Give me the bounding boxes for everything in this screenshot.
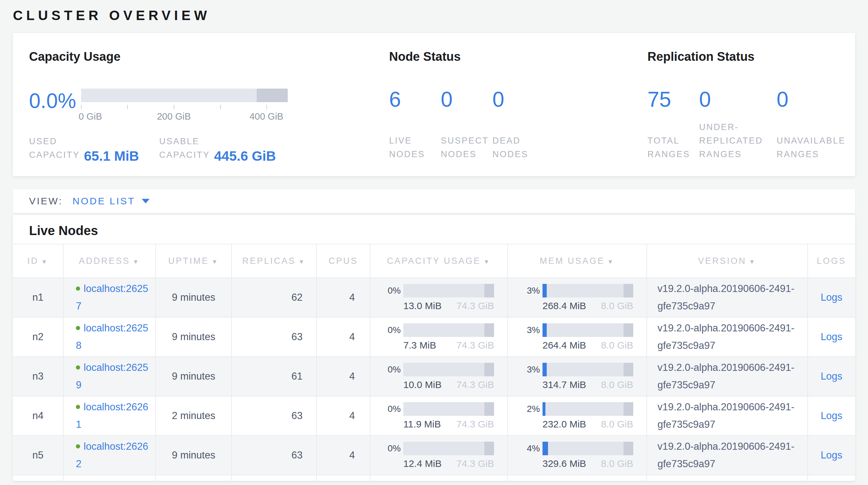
axis-label-0: 0 GiB	[79, 111, 102, 122]
sort-caret-icon: ▼	[484, 258, 491, 265]
node-logs-cell: Logs	[808, 435, 855, 475]
mem-usage-cell: 3% 314.7 MiB8.0 GiB	[507, 356, 647, 396]
unavailable-ranges-stat: 0 UNAVAILABLE RANGES	[777, 89, 857, 161]
mem-meter-bar	[542, 442, 633, 455]
capacity-meter-bar	[403, 402, 494, 416]
total-ranges-label: TOTAL RANGES	[647, 134, 699, 161]
node-replicas: 63	[231, 435, 316, 475]
capacity-bar-reserved-segment	[257, 89, 288, 102]
sort-caret-icon: ▼	[608, 258, 615, 265]
node-address-cell: localhost:26258	[63, 317, 156, 356]
capacity-total-value: 74.3 GiB	[456, 301, 494, 311]
mem-meter-bar	[542, 363, 633, 376]
logs-link[interactable]: Logs	[820, 410, 842, 421]
node-address-cell: localhost:26259	[63, 356, 156, 396]
unavailable-ranges-label: UNAVAILABLE RANGES	[777, 134, 852, 161]
total-ranges-stat: 75 TOTAL RANGES	[647, 89, 699, 161]
node-uptime: 9 minutes	[156, 435, 231, 475]
capacity-axis-ticks	[81, 105, 288, 110]
used-capacity-value: 65.1 MiB	[84, 149, 139, 163]
cluster-overview-page: CLUSTER OVERVIEW Capacity Usage 0.0%	[0, 0, 868, 481]
node-uptime: 9 minutes	[156, 278, 231, 317]
total-ranges-value: 75	[647, 89, 699, 110]
mem-meter-fill	[542, 402, 546, 416]
node-live-dot-icon	[76, 326, 80, 330]
node-live-dot-icon	[76, 286, 80, 291]
mem-meter-fill	[542, 284, 547, 297]
node-address-link[interactable]: localhost:26258	[76, 322, 148, 351]
node-id: n5	[13, 435, 63, 475]
column-header-capacity-usage[interactable]: CAPACITY USAGE▼	[370, 244, 507, 278]
capacity-bar-track	[81, 89, 288, 102]
table-row: n1 localhost:26257 9 minutes 62 4 0% 13.…	[13, 278, 855, 317]
mem-used-value: 264.4 MiB	[542, 340, 586, 351]
node-id: n4	[13, 396, 63, 435]
capacity-usage-cell: 0% 7.3 MiB74.3 GiB	[370, 317, 507, 356]
mem-usage-cell: 3% 268.4 MiB8.0 GiB	[507, 278, 647, 317]
dead-nodes-stat: 0 DEAD NODES	[492, 89, 544, 161]
node-version: v19.2.0-alpha.20190606-2491-gfe735c9a97	[657, 359, 799, 394]
node-live-dot-icon	[76, 405, 80, 409]
column-header-id[interactable]: ID▼	[13, 244, 63, 278]
table-row-partial	[13, 475, 855, 481]
node-address-cell: localhost:26262	[63, 435, 156, 475]
column-header-cpus: CPUS	[316, 244, 370, 278]
capacity-percent: 0.0%	[29, 89, 81, 111]
capacity-total-value: 74.3 GiB	[456, 458, 494, 469]
mem-meter-fill	[542, 442, 548, 455]
logs-link[interactable]: Logs	[820, 450, 842, 461]
table-row: n4 localhost:26261 2 minutes 63 4 0% 11.…	[13, 396, 855, 435]
logs-link[interactable]: Logs	[820, 331, 842, 342]
node-address-link[interactable]: localhost:26257	[76, 283, 148, 312]
capacity-axis-labels: 0 GiB 200 GiB 400 GiB	[81, 111, 288, 123]
table-header-row: ID▼ ADDRESS▼ UPTIME▼ REPLICAS▼ CPUS CAPA…	[13, 244, 855, 278]
view-selector-dropdown[interactable]: NODE LIST	[72, 196, 149, 207]
node-address-link[interactable]: localhost:26262	[76, 441, 148, 469]
live-nodes-label: LIVE NODES	[389, 134, 441, 161]
capacity-usage-cell: 0% 13.0 MiB74.3 GiB	[370, 278, 507, 317]
capacity-meter-bar	[403, 363, 494, 376]
live-nodes-value: 6	[389, 89, 441, 110]
node-status-section: Node Status 6 LIVE NODES 0 SUSPECT NODES…	[389, 33, 641, 176]
node-uptime: 9 minutes	[156, 356, 231, 396]
node-cpus: 4	[316, 356, 370, 396]
logs-link[interactable]: Logs	[820, 292, 842, 303]
node-logs-cell: Logs	[808, 317, 855, 356]
column-header-logs: LOGS	[808, 244, 855, 278]
live-nodes-heading: Live Nodes	[13, 215, 855, 244]
replication-status-section: Replication Status 75 TOTAL RANGES 0 UND…	[647, 33, 861, 176]
node-address-link[interactable]: localhost:26261	[76, 401, 148, 430]
dead-nodes-value: 0	[492, 89, 544, 110]
capacity-percent-label: 0%	[388, 286, 401, 296]
mem-usage-cell: 4% 329.6 MiB8.0 GiB	[507, 435, 647, 475]
mem-usage-cell: 2% 232.0 MiB8.0 GiB	[507, 396, 647, 435]
column-header-uptime[interactable]: UPTIME▼	[156, 244, 231, 278]
view-selected-option: NODE LIST	[72, 196, 135, 207]
under-replicated-ranges-stat: 0 UNDER-REPLICATED RANGES	[699, 89, 777, 161]
mem-total-value: 8.0 GiB	[601, 340, 633, 351]
column-header-mem-usage[interactable]: MEM USAGE▼	[507, 244, 647, 278]
mem-total-value: 8.0 GiB	[601, 379, 633, 390]
axis-label-400: 400 GiB	[250, 111, 283, 122]
used-capacity-label: USED CAPACITY	[29, 135, 83, 162]
node-replicas: 63	[231, 317, 316, 356]
node-id: n3	[13, 356, 63, 396]
capacity-used-value: 13.0 MiB	[403, 301, 441, 311]
capacity-usage-cell: 0% 11.9 MiB74.3 GiB	[370, 396, 507, 435]
view-bar: VIEW: NODE LIST	[13, 189, 855, 213]
summary-card: Capacity Usage 0.0% 0 GiB	[13, 33, 855, 176]
capacity-used-value: 11.9 MiB	[403, 419, 441, 430]
axis-label-200: 200 GiB	[157, 111, 191, 122]
column-header-version[interactable]: VERSION▼	[647, 244, 808, 278]
column-header-address[interactable]: ADDRESS▼	[63, 244, 156, 278]
column-header-replicas[interactable]: REPLICAS▼	[231, 244, 316, 278]
logs-link[interactable]: Logs	[820, 371, 842, 382]
node-cpus: 4	[316, 396, 370, 435]
capacity-usage-cell: 0% 10.0 MiB74.3 GiB	[370, 356, 507, 396]
view-label: VIEW:	[29, 196, 63, 207]
capacity-total-value: 74.3 GiB	[456, 340, 494, 351]
capacity-usage-heading: Capacity Usage	[29, 50, 120, 64]
capacity-meter-bar	[403, 284, 494, 297]
node-address-link[interactable]: localhost:26259	[76, 362, 148, 391]
node-live-dot-icon	[76, 365, 80, 370]
